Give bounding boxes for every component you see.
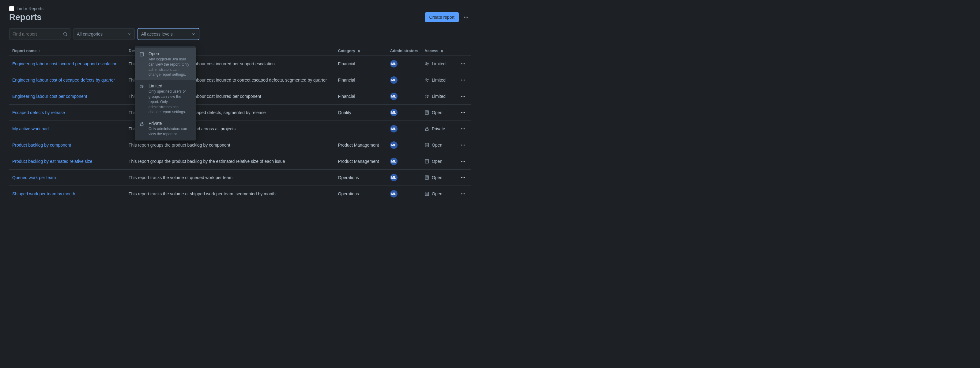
access-cell: Private xyxy=(425,126,452,131)
access-option-title: Private xyxy=(148,121,191,126)
avatar[interactable]: ML xyxy=(390,125,398,133)
svg-point-17 xyxy=(461,96,462,97)
access-filter[interactable]: All access levels xyxy=(138,28,199,40)
svg-point-32 xyxy=(463,128,464,130)
table-row: Product backlog by estimated relative si… xyxy=(9,153,471,170)
svg-point-8 xyxy=(463,64,464,64)
svg-point-29 xyxy=(464,112,465,113)
report-name-link[interactable]: Shipped work per team by month xyxy=(12,191,75,196)
svg-point-73 xyxy=(464,194,465,194)
row-more-button[interactable] xyxy=(458,59,468,69)
access-option-limited[interactable]: LimitedOnly specified users or groups ca… xyxy=(135,80,196,118)
row-more-button[interactable] xyxy=(458,91,468,101)
svg-point-15 xyxy=(426,95,427,96)
svg-point-31 xyxy=(461,128,462,130)
avatar[interactable]: ML xyxy=(390,174,398,181)
report-name-link[interactable]: Product backlog by component xyxy=(12,142,71,147)
avatar[interactable]: ML xyxy=(390,190,398,197)
svg-point-27 xyxy=(461,112,462,113)
access-cell: Limited xyxy=(425,94,452,99)
col-header-administrators-label: Administrators xyxy=(390,48,418,53)
svg-point-19 xyxy=(464,96,465,97)
page-title: Reports xyxy=(9,12,41,22)
building-icon xyxy=(425,191,430,196)
access-option-private[interactable]: PrivateOnly administrators can view the … xyxy=(135,118,196,140)
table-row: My active workloadThis report shows my a… xyxy=(9,121,471,137)
access-label: Private xyxy=(432,126,445,131)
report-name-link[interactable]: Engineering labour cost of escaped defec… xyxy=(12,78,115,83)
access-cell: Limited xyxy=(425,78,452,83)
table-row: Engineering labour cost of escaped defec… xyxy=(9,72,471,88)
access-option-open[interactable]: OpenAny logged-in Jira user can view the… xyxy=(135,48,196,80)
access-label: Open xyxy=(432,142,442,147)
svg-point-42 xyxy=(463,145,464,146)
access-option-desc: Only administrators can view the report … xyxy=(148,126,191,137)
search-field[interactable] xyxy=(9,28,70,40)
row-more-button[interactable] xyxy=(458,108,468,117)
access-label: Open xyxy=(432,110,442,115)
avatar[interactable]: ML xyxy=(390,76,398,84)
more-icon xyxy=(460,77,466,83)
svg-rect-34 xyxy=(425,143,429,147)
col-header-administrators: Administrators xyxy=(387,46,422,56)
report-name-link[interactable]: Escaped defects by release xyxy=(12,110,65,115)
more-icon xyxy=(460,61,466,67)
create-report-button[interactable]: Create report xyxy=(425,12,459,22)
breadcrumb-app[interactable]: Limbr Reports xyxy=(16,6,43,11)
col-header-category[interactable]: Category ⇅ xyxy=(335,46,387,56)
svg-point-11 xyxy=(428,79,428,80)
col-header-access[interactable]: Access ⇅ xyxy=(422,46,455,56)
report-name-link[interactable]: Product backlog by estimated relative si… xyxy=(12,159,92,164)
report-description: This report groups the product backlog b… xyxy=(126,153,335,170)
access-label: Limited xyxy=(432,94,445,99)
row-more-button[interactable] xyxy=(458,75,468,85)
svg-point-33 xyxy=(464,128,465,130)
access-label: Open xyxy=(432,175,442,180)
report-category: Product Management xyxy=(335,137,387,153)
svg-point-81 xyxy=(140,85,142,86)
table-row: Queued work per teamThis report tracks t… xyxy=(9,170,471,186)
more-icon xyxy=(460,110,466,115)
access-cell: Open xyxy=(425,142,452,147)
report-category: Operations xyxy=(335,170,387,186)
search-input[interactable] xyxy=(10,29,70,40)
svg-point-43 xyxy=(464,145,465,146)
row-more-button[interactable] xyxy=(458,189,468,199)
svg-point-1 xyxy=(466,17,467,18)
row-more-button[interactable] xyxy=(458,157,468,166)
access-label: Open xyxy=(432,191,442,196)
access-cell: Open xyxy=(425,110,452,115)
svg-rect-30 xyxy=(425,128,428,131)
report-name-link[interactable]: My active workload xyxy=(12,126,49,131)
svg-point-14 xyxy=(464,80,465,81)
svg-rect-20 xyxy=(425,111,429,114)
col-header-category-label: Category xyxy=(338,48,355,53)
avatar[interactable]: ML xyxy=(390,109,398,116)
svg-point-10 xyxy=(426,78,427,80)
category-filter[interactable]: All categories xyxy=(73,28,135,40)
row-more-button[interactable] xyxy=(458,140,468,150)
col-header-name[interactable]: Report name ↑ xyxy=(9,46,126,56)
row-more-button[interactable] xyxy=(458,173,468,182)
avatar[interactable]: ML xyxy=(390,60,398,67)
building-icon xyxy=(425,142,430,147)
access-cell: Limited xyxy=(425,61,452,66)
svg-rect-83 xyxy=(140,124,143,126)
building-icon xyxy=(425,110,430,115)
row-more-button[interactable] xyxy=(458,124,468,134)
group-icon xyxy=(139,83,145,115)
chevron-down-icon xyxy=(127,32,131,36)
avatar[interactable]: ML xyxy=(390,141,398,149)
col-header-actions xyxy=(455,46,471,56)
svg-point-6 xyxy=(428,63,428,64)
report-category: Financial xyxy=(335,56,387,72)
avatar[interactable]: ML xyxy=(390,93,398,100)
report-name-link[interactable]: Engineering labour cost incurred per sup… xyxy=(12,61,117,66)
access-cell: Open xyxy=(425,175,452,180)
avatar[interactable]: ML xyxy=(390,158,398,165)
page-more-button[interactable] xyxy=(461,12,471,22)
table-row: Engineering labour cost incurred per sup… xyxy=(9,56,471,72)
report-name-link[interactable]: Queued work per team xyxy=(12,175,56,180)
report-name-link[interactable]: Engineering labour cost per component xyxy=(12,94,87,99)
chevron-down-icon xyxy=(191,32,196,36)
